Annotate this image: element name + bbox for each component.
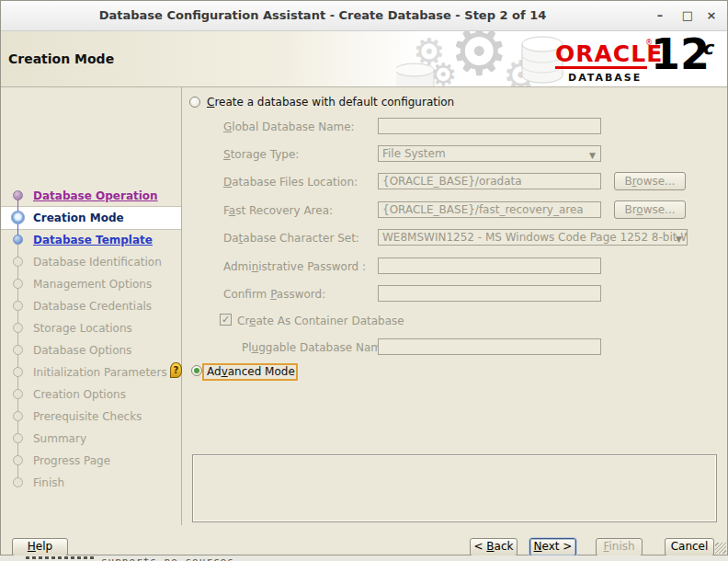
minimize-button[interactable]: – bbox=[650, 6, 670, 25]
gear-icon: ⚙ bbox=[449, 31, 509, 85]
wizard-steps-sidebar: Database Operation Creation Mode Databas… bbox=[1, 87, 182, 525]
sidebar-step-management-options: Management Options bbox=[1, 273, 181, 295]
confirm-password-label: Confirm Password: bbox=[223, 288, 325, 301]
administrative-password-label: Administrative Password : bbox=[223, 260, 366, 273]
oracle-rule bbox=[555, 66, 647, 69]
check-icon: ✓ bbox=[222, 314, 230, 326]
default-configuration-radio-label[interactable]: Create a database with default configura… bbox=[207, 96, 454, 109]
oracle-database-label: DATABASE bbox=[568, 72, 642, 84]
database-character-set-select[interactable]: WE8MSWIN1252 - MS Windows Code Page 1252… bbox=[378, 229, 688, 246]
confirm-password-input[interactable] bbox=[378, 285, 601, 302]
sidebar-step-finish: Finish bbox=[1, 472, 181, 494]
pluggable-database-name-label: Pluggable Database Name: bbox=[242, 341, 392, 354]
terminal-text-fragment: supports no sources bbox=[101, 556, 234, 561]
container-database-checkbox[interactable]: ✓ bbox=[220, 314, 232, 326]
advanced-mode-radio[interactable] bbox=[191, 365, 202, 376]
step-dot bbox=[13, 257, 23, 267]
step-dot bbox=[13, 411, 23, 421]
dbca-window: Database Configuration Assistant - Creat… bbox=[0, 0, 728, 555]
cancel-button[interactable]: Cancel bbox=[665, 538, 714, 556]
close-button[interactable]: × bbox=[701, 6, 722, 25]
sidebar-step-database-identification: Database Identification bbox=[1, 251, 181, 273]
minimize-icon: – bbox=[657, 8, 664, 22]
sidebar-step-storage-locations: Storage Locations bbox=[1, 317, 181, 339]
database-files-location-label: Database Files Location: bbox=[223, 176, 358, 189]
sidebar-step-initialization-parameters: Initialization Parameters bbox=[1, 361, 181, 384]
step-dot bbox=[13, 301, 23, 311]
advanced-mode-radio-label[interactable]: Advanced Mode bbox=[207, 365, 295, 378]
fast-recovery-area-label: Fast Recovery Area: bbox=[223, 204, 333, 217]
help-hint-icon: ? bbox=[170, 362, 182, 378]
sidebar-step-creation-options: Creation Options bbox=[1, 384, 181, 406]
global-database-name-input[interactable] bbox=[378, 118, 601, 134]
step-dot bbox=[13, 433, 23, 443]
storage-type-select[interactable]: File System▼ bbox=[378, 145, 601, 162]
step-dot bbox=[13, 235, 23, 245]
database-files-location-input[interactable]: {ORACLE_BASE}/oradata bbox=[378, 173, 601, 189]
browse-files-location-button[interactable]: Browse... bbox=[614, 172, 686, 190]
step-dot bbox=[13, 455, 23, 465]
sidebar-step-progress-page: Progress Page bbox=[1, 450, 181, 472]
database-cylinder-icon bbox=[396, 61, 438, 86]
browse-recovery-area-button[interactable]: Browse... bbox=[614, 200, 686, 219]
default-configuration-radio[interactable] bbox=[189, 97, 200, 108]
oracle-version-suffix: c bbox=[702, 37, 713, 59]
header-banner: Creation Mode ⚙ ⚙ ⚙ ⚙ ORACLE bbox=[1, 31, 727, 87]
dropdown-arrow-icon: ▼ bbox=[676, 233, 682, 246]
next-button[interactable]: Next > bbox=[529, 538, 576, 556]
step-dot bbox=[13, 279, 23, 289]
terminal-strip: supports no sources bbox=[0, 555, 728, 561]
titlebar[interactable]: Database Configuration Assistant - Creat… bbox=[1, 1, 727, 31]
sidebar-step-database-credentials: Database Credentials bbox=[1, 295, 181, 317]
dropdown-arrow-icon: ▼ bbox=[589, 149, 596, 162]
sidebar-step-prerequisite-checks: Prerequisite Checks bbox=[1, 406, 181, 428]
window-title: Database Configuration Assistant - Creat… bbox=[1, 8, 644, 22]
sidebar-step-database-template[interactable]: Database Template bbox=[1, 229, 181, 251]
step-dot bbox=[13, 190, 23, 200]
sidebar-step-database-options: Database Options bbox=[1, 339, 181, 361]
help-button[interactable]: Help bbox=[12, 538, 68, 556]
step-dot bbox=[11, 211, 25, 224]
oracle-version: 12 bbox=[651, 29, 710, 79]
close-icon: × bbox=[707, 8, 717, 22]
resize-grip[interactable] bbox=[715, 543, 726, 554]
pluggable-database-name-input[interactable] bbox=[378, 338, 601, 355]
step-dot bbox=[13, 345, 23, 355]
message-panel bbox=[192, 454, 717, 522]
sidebar-step-summary: Summary bbox=[1, 428, 181, 450]
oracle-logo: ORACLE ® DATABASE 12 c bbox=[548, 37, 722, 85]
step-dot bbox=[13, 477, 23, 487]
storage-type-label: Storage Type: bbox=[223, 148, 299, 161]
database-character-set-label: Database Character Set: bbox=[223, 232, 359, 245]
administrative-password-input[interactable] bbox=[378, 258, 601, 274]
screen: Database Configuration Assistant - Creat… bbox=[0, 0, 728, 561]
maximize-button[interactable]: □ bbox=[677, 6, 698, 25]
sidebar-step-database-operation[interactable]: Database Operation bbox=[1, 185, 181, 207]
creation-mode-form: Create a database with default configura… bbox=[182, 87, 727, 555]
page-title: Creation Mode bbox=[8, 52, 114, 66]
fast-recovery-area-input[interactable]: {ORACLE_BASE}/fast_recovery_area bbox=[378, 201, 601, 218]
container-database-checkbox-label[interactable]: Create As Container Database bbox=[237, 315, 404, 327]
step-dot bbox=[13, 367, 23, 377]
global-database-name-label: Global Database Name: bbox=[223, 120, 355, 133]
step-dot bbox=[13, 323, 23, 333]
step-dot bbox=[13, 389, 23, 399]
clipped-terminal-word bbox=[26, 556, 94, 559]
sidebar-step-creation-mode: Creation Mode bbox=[1, 207, 181, 229]
back-button[interactable]: < Back bbox=[470, 538, 518, 556]
finish-button[interactable]: Finish bbox=[596, 538, 643, 556]
radio-selected-dot bbox=[194, 368, 199, 373]
maximize-icon: □ bbox=[682, 8, 693, 22]
